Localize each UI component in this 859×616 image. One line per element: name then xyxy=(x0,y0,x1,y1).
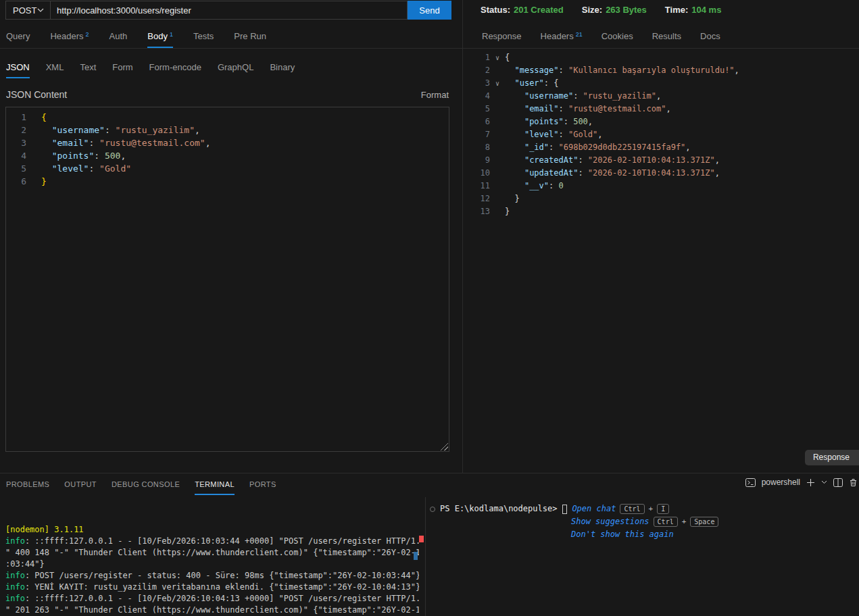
shell-label[interactable]: powershell xyxy=(762,478,800,487)
resize-handle[interactable] xyxy=(441,443,448,451)
chevron-spacer xyxy=(490,141,505,154)
overview-info-mark xyxy=(414,552,418,560)
request-tab-auth[interactable]: Auth xyxy=(109,28,128,48)
response-body-viewer[interactable]: 1∨{2 "message": "Kullanıcı başarıyla olu… xyxy=(463,51,739,218)
line-number: 6 xyxy=(6,175,26,188)
code-line: 1∨{ xyxy=(463,51,739,64)
line-number: 9 xyxy=(463,154,490,167)
chevron-spacer xyxy=(490,116,505,128)
line-number: 4 xyxy=(6,149,26,162)
panel-tab-problems[interactable]: PROBLEMS xyxy=(6,473,49,495)
panel-tab-ports[interactable]: PORTS xyxy=(249,473,276,495)
line-number: 7 xyxy=(463,128,490,141)
format-link[interactable]: Format xyxy=(421,90,449,100)
key-badge: Space xyxy=(690,517,718,527)
time-label: Time: xyxy=(665,5,688,15)
chevron-down-icon xyxy=(37,8,44,12)
terminal-line: :03:44"} xyxy=(5,559,419,570)
key-plus-separator: + xyxy=(649,503,654,515)
line-number: 3 xyxy=(463,77,490,90)
chevron-spacer xyxy=(490,154,505,167)
line-number: 1 xyxy=(463,51,490,64)
ghost-suggestion-text[interactable]: Show suggestions xyxy=(571,515,649,528)
body-tab-xml[interactable]: XML xyxy=(46,59,64,78)
suggestion-dont-show-again[interactable]: Don't show this again xyxy=(571,528,859,541)
ghost-suggestion-text[interactable]: Open chat xyxy=(572,503,616,515)
response-tab-response[interactable]: Response xyxy=(482,28,522,48)
send-button[interactable]: Send xyxy=(408,1,451,20)
code-line: 5 "email": "rustu@testmail.com", xyxy=(463,103,739,116)
response-tab-headers[interactable]: Headers21 xyxy=(541,28,583,48)
panel-tab-output[interactable]: OUTPUT xyxy=(64,473,97,495)
terminal-dropdown-chevron-icon[interactable] xyxy=(821,480,827,484)
request-tab-pre-run[interactable]: Pre Run xyxy=(234,28,266,48)
body-tab-text[interactable]: Text xyxy=(80,59,96,78)
key-badge: Ctrl xyxy=(654,517,678,527)
terminal-area: [nodemon] 3.1.11info: ::ffff:127.0.0.1 -… xyxy=(0,497,859,616)
body-tab-graphql[interactable]: GraphQL xyxy=(218,59,253,78)
request-tab-body[interactable]: Body1 xyxy=(147,28,173,48)
request-tab-query[interactable]: Query xyxy=(6,28,30,48)
line-number: 4 xyxy=(463,90,490,103)
code-line: 2 "username": "rustu_yazilim", xyxy=(6,124,449,136)
body-tab-form-encode[interactable]: Form-encode xyxy=(149,59,201,78)
suggestion-open-chat[interactable]: Open chatCtrl+I xyxy=(572,503,669,515)
response-tab-docs[interactable]: Docs xyxy=(700,28,720,48)
code-line: 6} xyxy=(6,175,449,188)
body-tab-json[interactable]: JSON xyxy=(6,59,30,78)
line-number: 2 xyxy=(463,64,490,77)
collapse-chevron-icon[interactable]: ∨ xyxy=(490,51,505,64)
url-input[interactable] xyxy=(51,1,408,20)
terminal-line: info: POST /users/register - status: 400… xyxy=(5,570,419,582)
terminal-line: " 400 148 "-" "Thunder Client (https://w… xyxy=(5,547,419,559)
vscode-window: POST Send QueryHeaders2AuthBody1TestsPre… xyxy=(0,0,859,616)
code-line: 7 "level": "Gold", xyxy=(463,128,739,141)
powershell-pane[interactable]: PS E:\kodlama\nodepulse> Open chatCtrl+I… xyxy=(425,497,859,616)
request-tab-tests[interactable]: Tests xyxy=(193,28,214,48)
request-tab-headers[interactable]: Headers2 xyxy=(50,28,89,48)
size-value: 263 Bytes xyxy=(606,5,647,15)
chevron-spacer xyxy=(490,180,505,192)
suggestion-show-suggestions[interactable]: Show suggestionsCtrl+Space xyxy=(571,515,859,528)
status-pair: Status:201 Created xyxy=(481,5,564,15)
ghost-suggestion-text[interactable]: Don't show this again xyxy=(571,528,674,541)
key-plus-separator: + xyxy=(682,515,687,528)
key-badge: Ctrl xyxy=(620,504,644,514)
shell-prompt: PS E:\kodlama\nodepulse> xyxy=(440,503,557,515)
line-number: 11 xyxy=(463,180,490,192)
method-label: POST xyxy=(13,5,36,16)
request-panel: POST Send QueryHeaders2AuthBody1TestsPre… xyxy=(0,0,462,473)
line-number: 2 xyxy=(6,124,26,136)
code-line: 2 "message": "Kullanıcı başarıyla oluştu… xyxy=(463,64,739,77)
response-tab-results[interactable]: Results xyxy=(652,28,681,48)
line-number: 5 xyxy=(6,162,26,175)
url-row: POST Send xyxy=(5,1,451,20)
response-scroll-pill[interactable]: Response xyxy=(805,450,859,465)
time-value: 104 ms xyxy=(691,5,721,15)
response-tab-cookies[interactable]: Cookies xyxy=(602,28,633,48)
method-select[interactable]: POST xyxy=(5,1,51,20)
split-terminal-icon[interactable] xyxy=(833,478,843,487)
code-line: 4 "points": 500, xyxy=(6,149,449,162)
code-line: 4 "username": "rustu_yazilim", xyxy=(463,90,739,103)
code-line: 6 "points": 500, xyxy=(463,116,739,128)
status-label: Status: xyxy=(481,5,510,15)
chevron-spacer xyxy=(490,192,505,205)
line-number: 1 xyxy=(6,111,26,124)
json-body-editor[interactable]: 1{2 "username": "rustu_yazilim",3 "email… xyxy=(5,107,449,452)
body-tab-binary[interactable]: Binary xyxy=(270,59,295,78)
new-terminal-icon[interactable] xyxy=(806,478,815,487)
panel-tab-debug-console[interactable]: DEBUG CONSOLE xyxy=(112,473,180,495)
terminal-line: info: YENİ KAYIT: rustu_yazilim veritaba… xyxy=(5,582,419,593)
panel-tabs: PROBLEMSOUTPUTDEBUG CONSOLETERMINALPORTS xyxy=(6,473,276,495)
line-number: 5 xyxy=(463,103,490,116)
kill-terminal-trash-icon[interactable] xyxy=(849,478,858,487)
prompt-line: PS E:\kodlama\nodepulse> Open chatCtrl+I xyxy=(430,503,859,515)
code-line: 13} xyxy=(463,205,739,218)
body-tab-form[interactable]: Form xyxy=(112,59,132,78)
terminal-log-pane[interactable]: [nodemon] 3.1.11info: ::ffff:127.0.0.1 -… xyxy=(0,497,419,616)
body-type-tabs: JSONXMLTextFormForm-encodeGraphQLBinary xyxy=(0,59,295,78)
panel-tab-terminal[interactable]: TERMINAL xyxy=(195,473,235,495)
collapse-chevron-icon[interactable]: ∨ xyxy=(490,77,505,90)
status-value: 201 Created xyxy=(514,5,564,15)
